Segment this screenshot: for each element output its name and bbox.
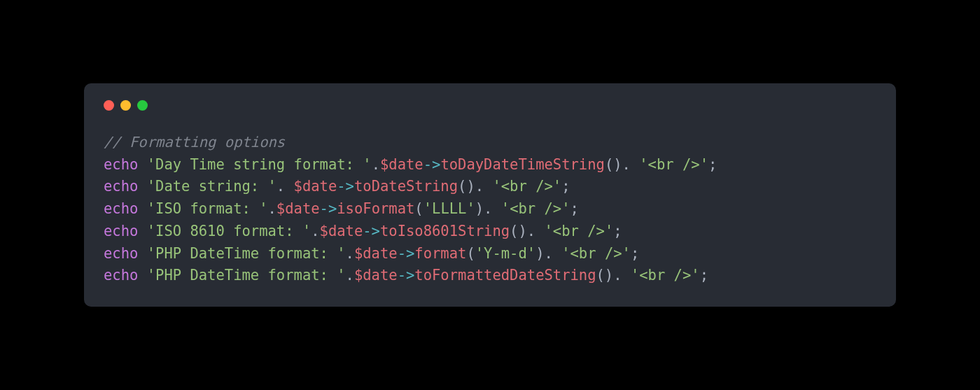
code-token: $date bbox=[354, 245, 398, 262]
code-token: $date bbox=[380, 156, 424, 173]
code-token: echo bbox=[104, 178, 138, 195]
code-token: echo bbox=[104, 156, 138, 173]
code-token: echo bbox=[104, 223, 138, 239]
code-token: 'ISO 8610 format: ' bbox=[147, 223, 312, 239]
code-token: . bbox=[311, 223, 319, 239]
code-line: echo 'PHP DateTime format: '.$date->form… bbox=[104, 245, 639, 262]
code-token bbox=[138, 223, 146, 239]
code-token: -> bbox=[424, 156, 441, 173]
code-line: echo 'PHP DateTime format: '.$date->toFo… bbox=[104, 267, 708, 284]
code-line: echo 'Date string: '. $date->toDateStrin… bbox=[104, 178, 570, 195]
code-token: -> bbox=[363, 223, 380, 239]
code-token: ; bbox=[631, 245, 639, 262]
code-token bbox=[138, 156, 146, 173]
code-token: ). bbox=[475, 200, 501, 217]
code-token: isoFormat bbox=[337, 200, 414, 217]
code-token: 'PHP DateTime format: ' bbox=[147, 245, 346, 262]
code-token: . bbox=[372, 156, 380, 173]
code-token: ; bbox=[570, 200, 579, 217]
code-token: ; bbox=[708, 156, 717, 173]
code-token: -> bbox=[398, 245, 415, 262]
code-token: '<br />' bbox=[501, 200, 570, 217]
code-token: 'Date string: ' bbox=[147, 178, 276, 195]
code-token: . bbox=[268, 200, 276, 217]
code-token: ; bbox=[613, 223, 622, 239]
code-token bbox=[138, 245, 146, 262]
code-token: ( bbox=[414, 200, 423, 217]
code-token: (). bbox=[510, 223, 544, 239]
code-token: toFormattedDateString bbox=[414, 267, 596, 284]
code-token: '<br />' bbox=[631, 267, 700, 284]
code-block: // Formatting options echo 'Day Time str… bbox=[104, 132, 876, 287]
code-token: . bbox=[346, 267, 354, 284]
code-token: ; bbox=[561, 178, 570, 195]
code-token: '<br />' bbox=[561, 245, 631, 262]
window-titlebar bbox=[104, 100, 876, 111]
code-token: 'Y-m-d' bbox=[475, 245, 536, 262]
code-token bbox=[138, 178, 146, 195]
code-token: (). bbox=[596, 267, 631, 284]
code-token: '<br />' bbox=[492, 178, 561, 195]
editor-window: // Formatting options echo 'Day Time str… bbox=[84, 83, 896, 307]
code-line: echo 'ISO 8610 format: '.$date->toIso860… bbox=[104, 223, 622, 239]
code-token: toDateString bbox=[354, 178, 458, 195]
code-token: ). bbox=[536, 245, 561, 262]
code-token: . bbox=[346, 245, 354, 262]
zoom-icon[interactable] bbox=[137, 100, 148, 111]
code-token: $date bbox=[354, 267, 398, 284]
code-token: . bbox=[276, 178, 294, 195]
code-token bbox=[138, 267, 146, 284]
code-token: -> bbox=[398, 267, 415, 284]
code-line: echo 'Day Time string format: '.$date->t… bbox=[104, 156, 717, 173]
code-token: 'LLLL' bbox=[424, 200, 475, 217]
code-token: toDayDateTimeString bbox=[440, 156, 605, 173]
code-token: $date bbox=[320, 223, 363, 239]
code-token: ( bbox=[466, 245, 475, 262]
code-token: (). bbox=[458, 178, 492, 195]
code-token: echo bbox=[104, 200, 138, 217]
minimize-icon[interactable] bbox=[120, 100, 131, 111]
code-token: echo bbox=[104, 245, 138, 262]
code-line: // Formatting options bbox=[104, 134, 285, 151]
code-token: echo bbox=[104, 267, 138, 284]
code-token: $date bbox=[294, 178, 337, 195]
code-token: 'ISO format: ' bbox=[147, 200, 268, 217]
code-token: -> bbox=[337, 178, 354, 195]
code-token bbox=[138, 200, 146, 217]
code-token: (). bbox=[605, 156, 639, 173]
code-token: '<br />' bbox=[544, 223, 613, 239]
code-token: // Formatting options bbox=[104, 134, 285, 151]
code-line: echo 'ISO format: '.$date->isoFormat('LL… bbox=[104, 200, 579, 217]
code-token: 'Day Time string format: ' bbox=[147, 156, 372, 173]
code-token: format bbox=[414, 245, 466, 262]
code-token: $date bbox=[276, 200, 320, 217]
code-token: ; bbox=[700, 267, 708, 284]
close-icon[interactable] bbox=[104, 100, 114, 111]
code-token: toIso8601String bbox=[380, 223, 510, 239]
code-token: -> bbox=[320, 200, 337, 217]
code-token: 'PHP DateTime format: ' bbox=[147, 267, 346, 284]
code-token: '<br />' bbox=[639, 156, 708, 173]
